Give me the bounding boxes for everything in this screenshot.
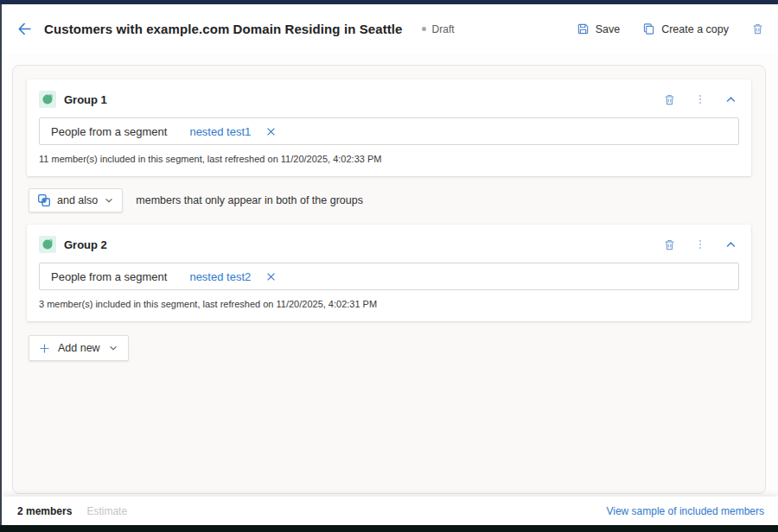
- trash-icon: [751, 22, 764, 35]
- segment-refresh-status: 11 member(s) included in this segment, l…: [39, 154, 739, 164]
- status-dot-icon: [422, 27, 426, 31]
- add-new-button[interactable]: Add new: [29, 335, 129, 361]
- chevron-down-icon: [104, 195, 114, 206]
- status-label: Draft: [432, 23, 455, 35]
- segment-builder-canvas: Group 1: [2, 54, 778, 525]
- builder-card: Group 1: [12, 65, 766, 494]
- segment-name-link[interactable]: nested test2: [189, 270, 251, 283]
- plus-icon: [39, 343, 50, 354]
- group-more-button[interactable]: [694, 93, 706, 105]
- delete-group-button[interactable]: [663, 93, 676, 106]
- group-box-2: Group 2: [27, 225, 751, 321]
- copy-icon: [642, 22, 655, 35]
- segment-group-icon: [39, 236, 56, 253]
- vertical-ellipsis-icon: [694, 238, 706, 250]
- header: Customers with example.com Domain Residi…: [2, 4, 778, 54]
- remove-rule-button[interactable]: [265, 126, 277, 137]
- header-actions: Save Create a copy: [554, 22, 764, 35]
- create-copy-button[interactable]: Create a copy: [642, 22, 729, 35]
- page-title: Customers with example.com Domain Residi…: [44, 22, 403, 36]
- segment-refresh-status: 3 member(s) included in this segment, la…: [39, 299, 739, 309]
- add-new-label: Add new: [58, 342, 100, 354]
- chevron-up-icon: [724, 93, 737, 106]
- group-2-header: Group 2: [39, 234, 739, 255]
- segment-rule-row: People from a segment nested test1: [39, 117, 739, 145]
- operator-row: and also members that only appear in bot…: [29, 188, 751, 212]
- trash-icon: [663, 238, 676, 251]
- view-sample-link[interactable]: View sample of included members: [606, 505, 764, 517]
- estimate-button: Estimate: [86, 505, 127, 517]
- window-frame-top: [0, 0, 778, 4]
- trash-icon: [663, 93, 676, 106]
- save-icon: [577, 22, 590, 35]
- window-frame-bottom: [0, 525, 778, 532]
- vertical-ellipsis-icon: [694, 93, 706, 105]
- chevron-down-icon: [108, 343, 118, 353]
- save-button[interactable]: Save: [577, 22, 621, 35]
- members-count: 2 members: [17, 505, 72, 517]
- close-x-icon: [265, 126, 277, 137]
- intersect-squares-icon: [37, 193, 51, 207]
- create-copy-label: Create a copy: [661, 23, 729, 35]
- group-box-1: Group 1: [27, 79, 751, 176]
- group-1-header: Group 1: [39, 89, 739, 110]
- segment-rule-row: People from a segment nested test2: [39, 263, 739, 290]
- window-frame-left: [0, 0, 2, 532]
- operator-label: and also: [57, 194, 98, 206]
- status-badge: Draft: [422, 23, 455, 35]
- rule-type-label: People from a segment: [51, 270, 167, 283]
- footer-bar: 2 members Estimate View sample of includ…: [2, 497, 778, 525]
- arrow-left-icon: [17, 22, 32, 36]
- group-name: Group 2: [64, 238, 107, 251]
- collapse-group-button[interactable]: [724, 238, 737, 251]
- collapse-group-button[interactable]: [724, 93, 737, 106]
- segment-group-icon: [39, 91, 56, 108]
- close-x-icon: [265, 271, 277, 282]
- group-name: Group 1: [64, 93, 107, 106]
- group-more-button[interactable]: [694, 238, 706, 250]
- operator-dropdown[interactable]: and also: [29, 188, 123, 212]
- chevron-up-icon: [724, 238, 737, 251]
- save-label: Save: [596, 23, 621, 35]
- back-button[interactable]: [17, 22, 32, 36]
- rule-type-label: People from a segment: [51, 125, 167, 138]
- operator-description: members that only appear in both of the …: [136, 194, 363, 206]
- delete-segment-button[interactable]: [751, 22, 764, 35]
- remove-rule-button[interactable]: [265, 271, 277, 282]
- delete-group-button[interactable]: [663, 238, 676, 251]
- segment-name-link[interactable]: nested test1: [189, 125, 251, 138]
